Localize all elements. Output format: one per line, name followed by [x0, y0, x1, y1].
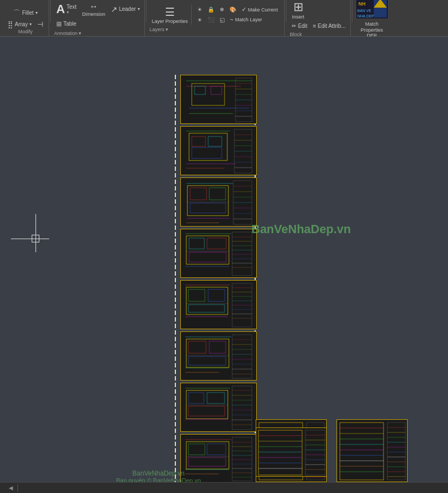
crosshair-box — [32, 235, 39, 242]
annotation-group-label[interactable]: Annotation ▾ — [54, 31, 142, 36]
text-button[interactable]: A Text ▾ — [54, 2, 79, 16]
fillet-label: Fillet — [22, 10, 33, 16]
lower-panel-row1 — [256, 427, 327, 477]
svg-rect-72 — [181, 281, 256, 329]
svg-rect-22 — [181, 127, 256, 175]
layers-group-label[interactable]: Layers ▾ — [150, 27, 282, 32]
insert-label: Insert — [292, 14, 304, 20]
array-button[interactable]: ⣿ Array ▾ — [5, 19, 34, 29]
annotation-top-row: A Text ▾ ↔ Dimension ↗ Leader ▾ — [54, 1, 142, 18]
sheet-frame-6 — [180, 331, 257, 381]
layer-sun-icon: ☀ — [197, 7, 202, 13]
sheet-frame-1 — [180, 75, 257, 124]
edit-attributes-button[interactable]: ≡ Edit Attrib... — [311, 22, 348, 30]
layers-top-row: ☰ Layer Properties ☀ 🔒 ❄ 🎨 ✓ Make Curren… — [150, 4, 282, 25]
layer-icon-4[interactable]: 🎨 — [227, 5, 238, 14]
leader-icon: ↗ — [111, 5, 117, 14]
layer-properties-label: Layer Properties — [152, 19, 188, 24]
table-button[interactable]: ⊞ Table — [54, 19, 79, 29]
toolbar-group-block: ⊞ Insert ✏ Edit ≡ Edit Attrib... Block — [287, 0, 350, 36]
sheet-drawing-5 — [181, 281, 256, 329]
insert-icon: ⊞ — [293, 0, 303, 14]
insert-button[interactable]: ⊞ Insert — [290, 0, 306, 21]
leader-label: Leader — [119, 6, 136, 12]
layer-icon-3[interactable]: ❄ — [217, 5, 226, 14]
text-label: Text — [67, 4, 76, 10]
fillet-icon: ⌒ — [13, 8, 20, 18]
sheet-drawing-6 — [181, 332, 256, 381]
annotation-bottom-row: ⊞ Table — [54, 19, 142, 29]
svg-rect-202 — [256, 428, 327, 477]
layer-icon-7[interactable]: ◱ — [217, 16, 227, 24]
leader-button[interactable]: ↗ Leader ▾ — [109, 4, 142, 15]
make-current-label: Make Current — [248, 7, 278, 13]
sheet-drawing-2 — [181, 127, 256, 175]
svg-rect-6 — [181, 75, 256, 124]
svg-rect-55 — [181, 229, 256, 278]
bottom-panel-2-drawing — [337, 420, 408, 482]
edit-label: Edit — [298, 23, 307, 29]
layer-properties-icon: ☰ — [165, 5, 175, 19]
sheet-frame-7 — [180, 383, 257, 432]
sep3 — [286, 0, 286, 22]
toolbar-group-modify: ⌒ Fillet ▾ ⣿ Array ▾ ⊣ Modify — [2, 0, 49, 36]
table-icon: ⊞ — [56, 20, 62, 28]
layer-icon-2[interactable]: 🔒 — [205, 5, 216, 14]
layer-properties-button[interactable]: ☰ Layer Properties — [150, 4, 192, 25]
layer-icon-5[interactable]: ☀ — [195, 16, 204, 24]
match-layer-button[interactable]: ~ Match Layer — [228, 15, 264, 24]
edit-attr-icon: ≡ — [313, 23, 316, 29]
make-current-icon: ✓ — [241, 6, 246, 13]
fillet-button[interactable]: ⌒ Fillet ▾ — [11, 7, 39, 19]
block-top-row: ⊞ Insert — [290, 0, 347, 21]
layer-icon-1[interactable]: ☀ — [195, 5, 204, 14]
text-icon: A — [56, 3, 65, 15]
sheet-frame-4 — [180, 229, 257, 278]
layer-icons-row2: ☀ ⬛ ◱ ~ Match Layer — [195, 15, 280, 24]
match-layer-label: Match Layer — [235, 17, 262, 22]
layer-lock-icon: 🔒 — [208, 7, 214, 13]
sheet-drawing-8 — [181, 435, 256, 483]
layer-icon-6[interactable]: ⬛ — [205, 16, 216, 24]
dimension-button[interactable]: ↔ Dimension — [80, 1, 108, 18]
sheet-frame-3 — [180, 177, 257, 227]
sep2 — [146, 0, 146, 22]
match-layer-icon: ~ — [230, 16, 233, 23]
status-tab-arrow[interactable]: ◀ — [4, 484, 18, 492]
bottom-panel-2 — [337, 419, 408, 482]
fillet-dropdown-icon[interactable]: ▾ — [36, 10, 38, 15]
sheet-drawing-3 — [181, 178, 256, 227]
block-bottom-row: ✏ Edit ≡ Edit Attrib... — [290, 22, 347, 30]
toolbar-group-layers: ☰ Layer Properties ☀ 🔒 ❄ 🎨 ✓ Make Curren… — [148, 0, 285, 36]
lower-panels — [256, 427, 327, 477]
edit-icon: ✏ — [292, 23, 296, 29]
sheet-drawing-4 — [181, 229, 256, 278]
text-dropdown[interactable]: ▾ — [67, 10, 69, 15]
status-bar: ◀ — [0, 482, 448, 493]
zigzag-line-left — [175, 75, 176, 493]
sheet-drawing-7 — [181, 383, 256, 432]
modify-bottom-row: ⣿ Array ▾ ⊣ — [5, 19, 45, 29]
dimension-label: Dimension — [82, 11, 105, 17]
mirror-button[interactable]: ⊣ — [35, 19, 45, 29]
toolbar: ⌒ Fillet ▾ ⣿ Array ▾ ⊣ Modify A Text — [0, 0, 448, 37]
layer-color-icon: 🎨 — [229, 7, 236, 13]
sheet-frame-8 — [180, 434, 257, 483]
layer-icon7: ◱ — [220, 17, 225, 23]
edit-button[interactable]: ✏ Edit — [290, 22, 309, 30]
svg-text:BAN VE: BAN VE — [357, 9, 372, 13]
lower-panel-1 — [256, 427, 327, 477]
svg-text:NHA DEP: NHA DEP — [357, 14, 374, 18]
leader-dropdown[interactable]: ▾ — [138, 7, 140, 11]
make-current-button[interactable]: ✓ Make Current — [239, 5, 280, 14]
match-logo-area: NH BAN VE NHA DEP — [356, 0, 388, 19]
toolbar-group-match: NH BAN VE NHA DEP MatchPropertiesDEP — [353, 0, 391, 36]
dimension-icon: ↔ — [89, 2, 98, 11]
crosshair-vertical — [36, 214, 36, 252]
array-dropdown-icon[interactable]: ▾ — [30, 22, 32, 27]
array-label: Array — [15, 21, 28, 27]
canvas-area[interactable]: BanVeNhaDep.vn BanVeNhaDep.vn Ban quyền … — [0, 37, 448, 493]
sep1 — [50, 0, 51, 22]
layer-icon5: ☀ — [197, 17, 202, 23]
mirror-icon: ⊣ — [37, 20, 43, 28]
